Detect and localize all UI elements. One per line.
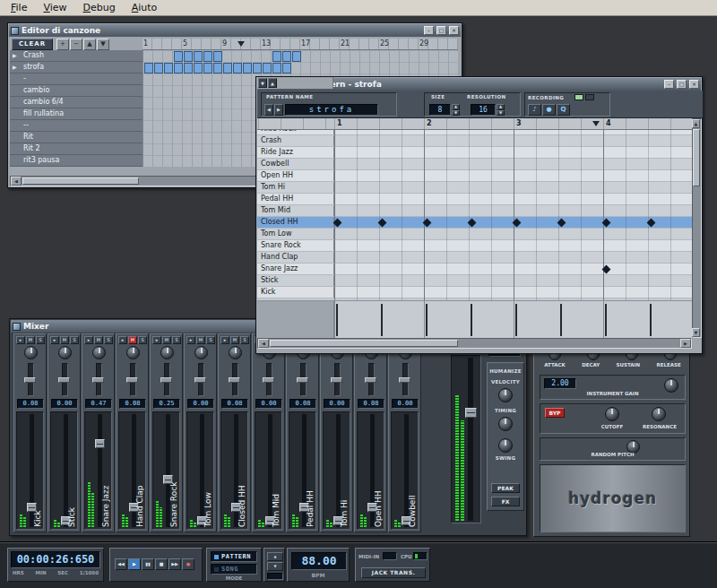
strip-mini-fader-handle[interactable] <box>263 377 274 383</box>
song-grid-cell[interactable] <box>184 63 193 74</box>
song-grid-cell[interactable] <box>203 63 212 74</box>
transport-pause-button[interactable]: ▮▮ <box>142 558 154 570</box>
strip-trigger-button[interactable]: ▸ <box>50 336 59 344</box>
transport-forward-button[interactable]: ▶▶ <box>168 558 181 570</box>
strip-mini-fader[interactable] <box>300 363 307 396</box>
pattern-instrument-name[interactable]: Crash <box>257 135 334 147</box>
pan-knob[interactable] <box>194 346 208 359</box>
song-editor-titlebar[interactable]: Editor di canzone – □ × <box>9 24 461 37</box>
pattern-instrument-name[interactable]: Pedal HH <box>257 194 334 205</box>
transport-rewind-button[interactable]: ◀◀ <box>115 558 127 570</box>
master-fader-handle[interactable] <box>465 408 477 418</box>
song-grid-cell[interactable] <box>282 51 291 62</box>
velocity-bar[interactable] <box>471 304 472 336</box>
spin-down-icon[interactable]: ▼ <box>497 110 505 117</box>
strip-mini-fader-handle[interactable] <box>229 377 240 383</box>
song-mode-button[interactable]: SONG <box>211 564 257 575</box>
strip-solo-button[interactable]: S <box>70 336 79 344</box>
velocity-bar[interactable] <box>381 304 383 336</box>
strip-mute-button[interactable]: M <box>60 336 69 344</box>
pattern-instrument-name[interactable]: Stick <box>257 275 334 287</box>
strip-solo-button[interactable]: S <box>104 336 113 344</box>
pattern-vertical-scrollbar[interactable]: ▲ ▼ <box>692 118 702 338</box>
next-pattern-button[interactable]: ▶ <box>274 104 283 116</box>
instrument-scroll-down-icon[interactable]: ▼ <box>258 78 267 88</box>
pattern-instrument-row[interactable]: Open HH <box>257 170 692 182</box>
song-pattern-row[interactable]: cambio 6/4 <box>10 97 143 108</box>
scroll-left-icon[interactable]: ◀ <box>11 177 22 186</box>
strip-mini-fader-handle[interactable] <box>126 377 138 383</box>
song-grid-cell[interactable] <box>213 63 222 74</box>
jack-transport-button[interactable]: JACK TRANS. <box>361 567 426 578</box>
strip-trigger-button[interactable]: ▸ <box>16 336 25 344</box>
pan-knob[interactable] <box>229 346 242 359</box>
song-pattern-row[interactable]: Rit 2 <box>10 143 143 155</box>
pattern-expand-icon[interactable]: ▶ <box>13 50 17 61</box>
strip-mini-fader[interactable] <box>402 363 409 396</box>
strip-mini-fader[interactable] <box>96 363 102 396</box>
maximize-icon[interactable]: □ <box>436 26 446 35</box>
strip-trigger-button[interactable]: ▸ <box>84 336 93 344</box>
song-grid-cell[interactable] <box>253 63 262 74</box>
resolution-display[interactable]: 16 <box>471 104 496 116</box>
strip-mini-fader[interactable] <box>368 363 375 396</box>
pan-knob[interactable] <box>58 346 72 359</box>
song-grid-cell[interactable] <box>194 51 203 62</box>
pan-knob[interactable] <box>160 346 174 359</box>
scroll-up-icon[interactable]: ▲ <box>692 119 700 128</box>
strip-trigger-button[interactable]: ▸ <box>186 336 195 344</box>
pattern-instrument-name[interactable]: Kick <box>257 287 334 298</box>
pattern-ruler[interactable]: 12345 <box>257 118 692 130</box>
menu-item-debug[interactable]: Debug <box>76 1 123 14</box>
humanize-timing-knob[interactable] <box>498 417 513 431</box>
pattern-instrument-row[interactable]: Stick <box>257 275 692 287</box>
strip-mini-fader[interactable] <box>164 363 170 396</box>
scroll-handle[interactable] <box>693 129 700 186</box>
pattern-instrument-row[interactable]: Tom Low <box>257 229 692 240</box>
cutoff-knob[interactable] <box>605 407 619 421</box>
pattern-instrument-name[interactable]: Tom Hi <box>257 182 334 194</box>
song-pattern-row[interactable]: -- <box>10 120 143 132</box>
pattern-instrument-name[interactable]: Cowbell <box>257 159 334 170</box>
pattern-instrument-name[interactable]: Snare Rock <box>257 240 334 252</box>
song-pattern-row[interactable]: - <box>10 74 143 85</box>
scroll-handle[interactable] <box>270 340 458 347</box>
strip-trigger-button[interactable]: ▸ <box>220 336 229 344</box>
spin-down-icon[interactable]: ▼ <box>452 110 460 117</box>
size-display[interactable]: 8 <box>429 104 451 116</box>
pattern-mode-button[interactable]: PATTERN <box>211 551 257 562</box>
strip-mute-button[interactable]: M <box>162 336 171 344</box>
song-grid-cell[interactable] <box>272 63 281 74</box>
song-grid-cell[interactable] <box>154 63 163 74</box>
song-grid-cell[interactable] <box>164 63 173 74</box>
strip-solo-button[interactable]: S <box>36 336 45 344</box>
menu-item-file[interactable]: File <box>4 1 34 14</box>
strip-mini-fader-handle[interactable] <box>24 377 36 383</box>
song-grid-cell[interactable] <box>194 63 203 74</box>
close-icon[interactable]: × <box>449 26 459 35</box>
humanize-velocity-knob[interactable] <box>498 388 513 402</box>
pattern-playhead-marker-icon[interactable] <box>592 121 600 126</box>
minimize-icon[interactable]: – <box>664 80 674 89</box>
show-fx-button[interactable]: FX <box>491 497 520 506</box>
maximize-icon[interactable]: □ <box>677 80 687 89</box>
song-grid-cell[interactable] <box>263 63 272 74</box>
pattern-grid-area[interactable]: Ride RockCrashRide JazzCowbellOpen HHTom… <box>257 130 692 300</box>
delete-pattern-button[interactable]: − <box>70 39 82 50</box>
minimize-icon[interactable]: – <box>424 26 434 35</box>
size-spinner[interactable]: ▲ ▼ <box>452 104 460 116</box>
pan-knob[interactable] <box>126 346 140 359</box>
song-grid-cell[interactable] <box>144 63 153 74</box>
transport-record-button[interactable]: ● <box>182 558 194 570</box>
song-grid-cell[interactable] <box>203 51 212 62</box>
velocity-lane[interactable] <box>257 300 692 338</box>
pattern-instrument-row[interactable]: Cowbell <box>257 159 692 170</box>
clear-sequence-button[interactable]: CLEAR <box>12 39 53 50</box>
strip-mini-fader-handle[interactable] <box>365 377 376 383</box>
velocity-bar[interactable] <box>515 304 517 336</box>
song-ruler[interactable]: 1591317212529 <box>143 39 458 50</box>
strip-mini-fader[interactable] <box>130 363 136 396</box>
close-icon[interactable]: × <box>689 80 699 89</box>
strip-mute-button[interactable]: M <box>26 336 35 344</box>
transport-play-button[interactable]: ▶ <box>128 558 141 570</box>
